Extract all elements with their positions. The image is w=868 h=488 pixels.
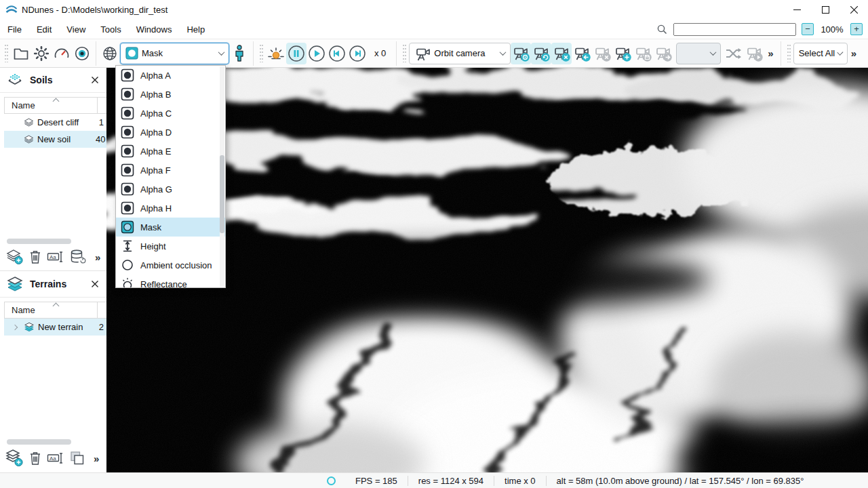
terrains-count-column-header[interactable] bbox=[97, 302, 106, 318]
chevron-down-icon bbox=[837, 49, 844, 56]
layer-option-mask[interactable]: Mask bbox=[116, 218, 225, 237]
selection-mode-combo[interactable]: Select All bbox=[793, 43, 848, 64]
zoom-in-button[interactable]: + bbox=[850, 23, 863, 35]
column-label: Name bbox=[12, 100, 35, 110]
search-input[interactable] bbox=[673, 23, 796, 36]
database-sync-button[interactable] bbox=[69, 249, 87, 265]
camera-target-icon bbox=[512, 45, 530, 62]
layer-option-ambient-occlusion[interactable]: Ambient occlusion bbox=[116, 256, 225, 274]
settings-button[interactable] bbox=[31, 43, 52, 64]
gauge-icon bbox=[54, 46, 70, 61]
soils-tools-overflow[interactable]: » bbox=[92, 251, 104, 263]
mask-icon bbox=[121, 220, 134, 234]
menubar: File Edit View Tools Windows Help − 100%… bbox=[0, 20, 868, 39]
minimize-button[interactable] bbox=[783, 0, 811, 20]
scrollbar-thumb[interactable] bbox=[7, 439, 71, 445]
time-step-back-button[interactable] bbox=[327, 43, 347, 64]
popup-scrollbar-thumb[interactable] bbox=[220, 155, 224, 233]
menu-tools[interactable]: Tools bbox=[93, 20, 128, 39]
camera-next-button[interactable] bbox=[653, 43, 673, 64]
selection-mode-value: Select All bbox=[799, 48, 835, 58]
expand-chevron-icon[interactable] bbox=[9, 325, 20, 329]
menu-windows[interactable]: Windows bbox=[129, 20, 180, 39]
rename-terrain-button[interactable]: Aa bbox=[47, 451, 64, 465]
layer-option-alpha-h[interactable]: Alpha H bbox=[116, 199, 225, 218]
camera-previous-button[interactable] bbox=[572, 43, 592, 64]
terrains-name-column-header[interactable]: Name bbox=[4, 302, 106, 319]
alpha-channel-icon bbox=[121, 125, 134, 139]
camera-target-button[interactable] bbox=[511, 43, 531, 64]
camera-play-path-button[interactable] bbox=[744, 43, 764, 64]
toolbar-separator bbox=[96, 41, 96, 66]
menu-view[interactable]: View bbox=[59, 20, 93, 39]
terrain-stack-icon bbox=[7, 276, 23, 292]
play-time-button[interactable] bbox=[307, 43, 327, 64]
alpha-channel-icon bbox=[121, 144, 134, 158]
terrains-panel-close-button[interactable] bbox=[90, 279, 100, 289]
menu-edit[interactable]: Edit bbox=[29, 20, 59, 39]
maximize-button[interactable] bbox=[811, 0, 840, 20]
option-label: Height bbox=[140, 241, 166, 251]
terrains-horizontal-scrollbar[interactable] bbox=[7, 439, 100, 445]
menu-file[interactable]: File bbox=[0, 20, 29, 39]
soils-count-column-header[interactable] bbox=[97, 98, 106, 113]
layer-option-reflectance[interactable]: Reflectance bbox=[116, 274, 225, 288]
open-working-dir-button[interactable] bbox=[11, 43, 31, 64]
camera-preset-combo[interactable] bbox=[676, 43, 721, 64]
camera-combo[interactable]: Orbit camera bbox=[409, 43, 511, 64]
toolbar-separator bbox=[253, 41, 254, 66]
layer-option-height[interactable]: Height bbox=[116, 237, 225, 256]
layer-option-alpha-f[interactable]: Alpha F bbox=[116, 161, 225, 180]
selection-toolbar-overflow[interactable]: » bbox=[848, 47, 860, 59]
option-label: Alpha G bbox=[140, 184, 172, 195]
time-step-forward-button[interactable] bbox=[347, 43, 368, 64]
toolbar-grip[interactable] bbox=[260, 45, 263, 62]
camera-add-button[interactable] bbox=[612, 43, 633, 64]
close-button[interactable] bbox=[840, 0, 868, 20]
toolbar-grip[interactable] bbox=[403, 45, 406, 62]
layer-option-alpha-g[interactable]: Alpha G bbox=[116, 180, 225, 199]
character-mode-button[interactable] bbox=[229, 43, 250, 64]
add-soil-button[interactable] bbox=[5, 249, 24, 265]
scrollbar-thumb[interactable] bbox=[7, 239, 71, 244]
world-button[interactable] bbox=[100, 43, 120, 64]
soil-row-desert-cliff[interactable]: Desert cliff 1 bbox=[4, 114, 106, 131]
daylight-button[interactable] bbox=[266, 43, 286, 64]
camera-save-button[interactable] bbox=[633, 43, 653, 64]
soils-panel-close-button[interactable] bbox=[90, 75, 100, 85]
shuffle-cameras-button[interactable] bbox=[724, 43, 744, 64]
performance-button[interactable] bbox=[52, 43, 72, 64]
add-terrain-button[interactable] bbox=[5, 449, 24, 467]
toolbar-grip[interactable] bbox=[787, 45, 791, 62]
terrains-tools-overflow[interactable]: » bbox=[90, 453, 102, 464]
layer-combo[interactable]: Mask bbox=[120, 43, 229, 64]
terrain-row-new-terrain[interactable]: New terrain 2 bbox=[4, 319, 106, 336]
render-view-button[interactable] bbox=[72, 43, 92, 64]
soils-name-column-header[interactable]: Name bbox=[4, 97, 106, 114]
gear-icon bbox=[33, 45, 50, 62]
layer-option-alpha-c[interactable]: Alpha C bbox=[116, 104, 225, 123]
chevron-down-icon bbox=[218, 49, 225, 56]
soil-row-new-soil[interactable]: New soil 40 bbox=[4, 131, 106, 148]
duplicate-terrain-button[interactable] bbox=[69, 450, 85, 466]
rename-soil-button[interactable]: Aa bbox=[47, 250, 64, 264]
soils-panel: Soils Name Desert cliff bbox=[0, 68, 106, 271]
camera-reset-button[interactable] bbox=[531, 43, 551, 64]
camera-remove-button[interactable] bbox=[551, 43, 572, 64]
soils-horizontal-scrollbar[interactable] bbox=[7, 239, 100, 244]
toolbar-grip[interactable] bbox=[5, 45, 8, 62]
camera-toolbar-overflow[interactable]: » bbox=[764, 47, 776, 59]
layer-option-alpha-e[interactable]: Alpha E bbox=[116, 142, 225, 161]
layer-option-alpha-d[interactable]: Alpha D bbox=[116, 123, 225, 142]
toolbar-separator bbox=[781, 41, 781, 66]
delete-soil-button[interactable] bbox=[28, 249, 42, 264]
zoom-level-label: 100% bbox=[819, 24, 845, 35]
delete-terrain-button[interactable] bbox=[28, 451, 42, 466]
layer-option-alpha-b[interactable]: Alpha B bbox=[116, 85, 225, 104]
layer-option-alpha-a[interactable]: Alpha A bbox=[116, 66, 225, 85]
camera-delete-button[interactable] bbox=[592, 43, 612, 64]
fast-forward-icon bbox=[349, 45, 366, 62]
menu-help[interactable]: Help bbox=[179, 20, 212, 39]
zoom-out-button[interactable]: − bbox=[802, 23, 814, 35]
pause-time-button[interactable] bbox=[286, 43, 307, 64]
